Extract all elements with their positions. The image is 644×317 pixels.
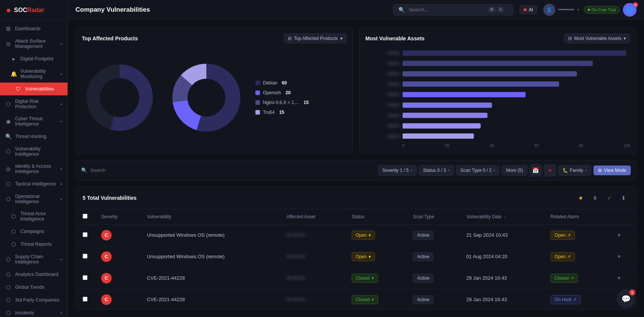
threat-hunting-icon: 🔍	[5, 133, 11, 139]
bar-label-8: •••••••••	[366, 124, 400, 128]
sidebar-item-dashboards[interactable]: ⊞ Dashboards	[0, 22, 68, 35]
sidebar-item-attack-surface[interactable]: ◎ Attack Surface Management ▾	[0, 35, 68, 52]
alarm-badge-3[interactable]: Closed ↗	[550, 274, 578, 283]
sidebar-label-vuln-intel: Vulnerability Intelligence	[15, 146, 62, 157]
severity-filter-btn[interactable]: Severity 1 / 5 ▾	[378, 165, 417, 176]
status-chevron-icon: ▾	[448, 168, 450, 172]
donut-chart-title: Top Affected Products	[82, 35, 138, 41]
chat-fab[interactable]: 💬 9	[617, 290, 635, 308]
td-scan-type-2: Active	[406, 246, 460, 267]
expand-btn-3[interactable]: ▾	[618, 275, 621, 281]
sidebar-item-identity[interactable]: ◎ Identity & Access Intelligence ▾	[0, 160, 68, 178]
td-vulnerability-3: CVE-2021-44228	[140, 267, 280, 289]
status-badge-closed-4[interactable]: Closed ▾	[352, 295, 378, 304]
status-badge-closed-3[interactable]: Closed ▾	[352, 274, 378, 283]
clear-filter-btn[interactable]: ✕	[544, 164, 556, 176]
status-badge-open-1[interactable]: Open ▾	[352, 231, 375, 240]
row-checkbox-2[interactable]	[83, 254, 88, 259]
user-chevron-icon: ▾	[577, 8, 579, 12]
status-filter-btn[interactable]: Status 0 / 3 ▾	[419, 165, 454, 176]
search-input[interactable]	[409, 7, 484, 12]
bar-track-3	[403, 71, 627, 77]
donut-area: Debian 60 Openssh 20 Nginx 0.6.X < 1....…	[82, 48, 347, 148]
bar-filter-button[interactable]: ⊟ Most Vulnerable Assets ▾	[564, 34, 630, 43]
asset-blurred-1: ••• ••• •••	[287, 232, 305, 238]
status-badge-open-2[interactable]: Open ▾	[352, 252, 375, 261]
filter-search[interactable]: 🔍	[81, 167, 374, 173]
header: Company Vulnerabilities 🔍 ⌘ K AI 👤 •••••…	[68, 0, 644, 20]
family-filter-btn[interactable]: 🐛 Family ▾	[558, 165, 591, 176]
asset-blurred-3: ••• ••• •••	[287, 275, 305, 281]
legend-label-tru64: Tru64	[263, 110, 275, 115]
sidebar-item-vulnerabilities[interactable]: 🛡 Vulnerabilities	[0, 83, 68, 95]
bar-fill-9	[403, 133, 474, 139]
table-action-pause[interactable]: ⏸	[589, 192, 601, 204]
threat-reports-icon: ⬡	[11, 241, 17, 247]
view-mode-btn[interactable]: ⊞ View Mode	[593, 165, 631, 175]
sidebar-item-analytics[interactable]: ⬡ Analytics Dashboard	[0, 268, 68, 281]
vulnerabilities-data-table: Severity Vulnerability Affected Asset St…	[76, 209, 636, 309]
sidebar-label-threat-hunting: Threat Hunting	[15, 134, 46, 139]
bar-x-axis: 0 20 40 60 80 100	[366, 144, 630, 148]
alarm-link-icon-3: ↗	[570, 276, 574, 281]
filter-group: Severity 1 / 5 ▾ Status 0 / 3 ▾ Scan Typ…	[378, 164, 631, 176]
status-caret-1: ▾	[369, 233, 371, 238]
family-icon: 🐛	[563, 168, 568, 173]
sidebar-item-vuln-intel[interactable]: ⬡ Vulnerability Intelligence	[0, 143, 68, 160]
alarm-badge-4[interactable]: On Hold ↗	[550, 295, 581, 304]
chevron-down-icon-filter: ▾	[340, 36, 343, 41]
table-action-download[interactable]: ⬇	[618, 192, 629, 204]
user-area[interactable]: 👤 •••••••••• ▾	[543, 4, 579, 16]
sidebar-item-threat-hunting[interactable]: 🔍 Threat Hunting	[0, 130, 68, 143]
sidebar-item-supply-chain[interactable]: ⬡ Supply Chain Intelligence ▾	[0, 251, 68, 268]
bar-fill-5	[403, 92, 526, 97]
sidebar-item-global-trends[interactable]: ⬡ Global Trends	[0, 281, 68, 294]
row-checkbox-3[interactable]	[83, 275, 88, 280]
sidebar: ● SOCRadar ⊞ Dashboards ◎ Attack Surface…	[0, 0, 68, 317]
scan-type-badge-4: Active	[413, 295, 433, 304]
asset-blurred-4: ••• ••• •••	[287, 297, 305, 302]
alarm-badge-2[interactable]: Open ↗	[550, 252, 575, 261]
bar-label-3: •••••••••	[366, 72, 400, 76]
select-all-checkbox[interactable]	[83, 214, 88, 219]
severity-badge-3: C	[101, 273, 112, 283]
scan-type-filter-btn[interactable]: Scan Type 0 / 2 ▾	[456, 165, 500, 176]
sidebar-item-campaigns[interactable]: ⬡ Campaigns	[0, 225, 68, 238]
row-checkbox-4[interactable]	[83, 297, 88, 302]
bar-row-8: •••••••••	[366, 123, 627, 129]
table-action-check[interactable]: ✓	[604, 192, 615, 204]
row-checkbox-1[interactable]	[83, 232, 88, 237]
bar-label-2: •••••••••	[366, 61, 400, 66]
expand-btn-1[interactable]: ▾	[618, 232, 621, 238]
sidebar-label-analytics: Analytics Dashboard	[15, 272, 58, 277]
sidebar-item-3rd-party[interactable]: ⬡ 3rd Party Companies	[0, 294, 68, 306]
calendar-icon-btn[interactable]: 📅	[530, 164, 542, 176]
filter-search-input[interactable]	[90, 167, 374, 173]
more-filter-btn[interactable]: More (5)	[502, 165, 527, 176]
sidebar-item-threat-reports[interactable]: ⬡ Threat Reports	[0, 238, 68, 251]
sidebar-item-operational[interactable]: ⬡ Operational Intelligence ▾	[0, 190, 68, 208]
globe-fab[interactable]: 🌐	[623, 3, 636, 17]
sidebar-item-cyber-threat[interactable]: ◉ Cyber Threat Intelligence ▾	[0, 113, 68, 130]
td-date-1: 21 Sep 2024 10:43	[460, 224, 544, 246]
sidebar-item-threat-actor[interactable]: ⬡ Threat Actor Intelligence	[0, 208, 68, 225]
ai-button[interactable]: AI	[520, 5, 537, 14]
expand-btn-2[interactable]: ▾	[618, 253, 621, 260]
3rd-party-icon: ⬡	[5, 297, 11, 303]
donut-filter-button[interactable]: ⊟ Top Affected Products ▾	[284, 34, 347, 43]
bar-fill-1	[403, 51, 627, 56]
td-date-3: 29 Jan 2024 16:43	[460, 267, 544, 289]
sidebar-item-digital-risk[interactable]: ⬡ Digital Risk Protection ▾	[0, 95, 68, 113]
alarm-link-icon-2: ↗	[567, 254, 571, 259]
sidebar-item-incidents[interactable]: ⬡ Incidents ▾	[0, 306, 68, 317]
legend-item-nginx: Nginx 0.6.X < 1.... 15	[255, 100, 309, 105]
table-action-1[interactable]: ★	[575, 192, 586, 204]
tactical-icon: ⬡	[5, 181, 11, 187]
global-search-bar[interactable]: 🔍 ⌘ K	[393, 4, 513, 15]
legend-item-openssh: Openssh 20	[255, 90, 309, 95]
sidebar-item-vuln-monitoring[interactable]: 🔔 Vulnerability Monitoring ▾	[0, 65, 68, 83]
chevron-down-icon-2: ▾	[60, 72, 62, 76]
sidebar-item-tactical[interactable]: ⬡ Tactical Intelligence ▾	[0, 178, 68, 190]
sidebar-item-digital-footprint[interactable]: ▸ Digital Footprint	[0, 52, 68, 65]
alarm-badge-1[interactable]: Open ↗	[550, 231, 575, 240]
